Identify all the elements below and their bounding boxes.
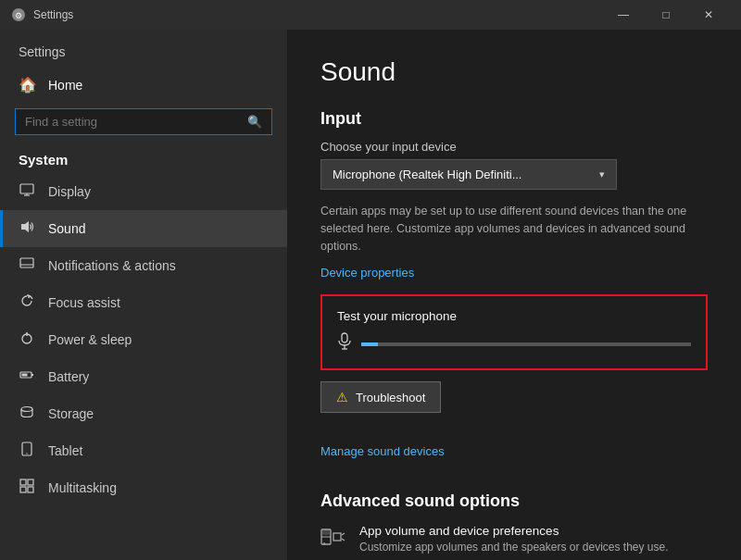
input-device-dropdown[interactable]: Microphone (Realtek High Definiti... ▾ (320, 159, 617, 190)
sidebar-item-display[interactable]: Display (0, 173, 287, 210)
sidebar-header: Settings (0, 30, 287, 67)
meter-bar (361, 342, 691, 346)
svg-rect-26 (333, 533, 341, 541)
mic-meter-row (337, 332, 691, 355)
notifications-label: Notifications & actions (48, 258, 176, 273)
notifications-icon (19, 256, 35, 275)
multitasking-icon (19, 479, 35, 497)
svg-line-30 (342, 533, 345, 535)
advanced-heading: Advanced sound options (320, 492, 708, 511)
sidebar-section-title: System (0, 144, 287, 173)
meter-bar-fill (361, 342, 378, 346)
app-volume-text: App volume and device preferences Custom… (359, 524, 669, 554)
svg-rect-19 (20, 487, 26, 492)
titlebar-title: Settings (33, 8, 602, 21)
manage-sound-devices-link[interactable]: Manage sound devices (320, 444, 445, 458)
battery-icon (19, 367, 35, 386)
svg-point-16 (26, 453, 27, 454)
svg-rect-20 (28, 487, 33, 492)
device-properties-link[interactable]: Device properties (320, 266, 414, 280)
search-box: 🔍 (15, 108, 272, 135)
svg-point-14 (21, 407, 32, 412)
search-box-wrapper: 🔍 (0, 103, 287, 144)
troubleshoot-button[interactable]: ⚠ Troubleshoot (320, 381, 441, 413)
sidebar: Settings 🏠 Home 🔍 System Display (0, 30, 287, 560)
focus-icon (19, 293, 35, 312)
svg-rect-12 (31, 374, 33, 376)
app-volume-desc: Customize app volumes and the speakers o… (359, 541, 669, 554)
minimize-button[interactable]: — (602, 0, 645, 30)
dropdown-value: Microphone (Realtek High Definiti... (333, 168, 521, 181)
sound-icon (19, 219, 35, 238)
content-area: Sound Input Choose your input device Mic… (287, 30, 741, 560)
input-description: Certain apps may be set up to use differ… (320, 203, 708, 255)
battery-label: Battery (48, 369, 89, 384)
svg-marker-5 (21, 221, 29, 232)
tablet-label: Tablet (48, 443, 82, 458)
microphone-icon (337, 332, 352, 355)
chevron-down-icon: ▾ (599, 168, 605, 180)
troubleshoot-label: Troubleshoot (356, 391, 425, 404)
input-heading: Input (320, 109, 708, 129)
app-volume-title: App volume and device preferences (359, 524, 669, 538)
page-title: Sound (320, 57, 708, 87)
display-label: Display (48, 184, 91, 199)
svg-rect-29 (322, 530, 330, 535)
svg-text:⚙: ⚙ (15, 11, 22, 20)
storage-label: Storage (48, 406, 94, 421)
svg-rect-18 (28, 479, 33, 485)
power-icon (19, 330, 35, 349)
test-mic-title: Test your microphone (337, 309, 691, 323)
sidebar-home-item[interactable]: 🏠 Home (0, 67, 287, 103)
svg-rect-6 (20, 258, 33, 268)
sidebar-item-focus[interactable]: Focus assist (0, 284, 287, 321)
sound-label: Sound (48, 221, 85, 236)
multitasking-label: Multitasking (48, 480, 117, 495)
tablet-icon (19, 442, 35, 460)
home-label: Home (48, 78, 82, 93)
sidebar-item-battery[interactable]: Battery (0, 358, 287, 395)
search-input[interactable] (25, 115, 247, 129)
choose-device-label: Choose your input device (320, 140, 708, 154)
app-volume-row: App volume and device preferences Custom… (320, 524, 708, 554)
display-icon (19, 182, 35, 201)
test-microphone-box: Test your microphone (320, 294, 708, 370)
titlebar-controls: — □ ✕ (602, 0, 730, 30)
warning-icon: ⚠ (336, 390, 348, 404)
app-volume-icon (320, 526, 346, 554)
svg-rect-2 (20, 184, 33, 193)
svg-point-8 (28, 296, 30, 298)
sidebar-item-notifications[interactable]: Notifications & actions (0, 247, 287, 284)
svg-rect-13 (22, 374, 28, 377)
main-layout: Settings 🏠 Home 🔍 System Display (0, 30, 741, 560)
sidebar-item-power[interactable]: Power & sleep (0, 321, 287, 358)
power-label: Power & sleep (48, 332, 132, 347)
svg-rect-21 (342, 333, 347, 342)
svg-line-31 (342, 539, 345, 541)
home-icon: 🏠 (19, 76, 37, 93)
sidebar-item-multitasking[interactable]: Multitasking (0, 469, 287, 506)
search-icon: 🔍 (247, 115, 262, 129)
sidebar-item-tablet[interactable]: Tablet (0, 432, 287, 469)
sidebar-item-storage[interactable]: Storage (0, 395, 287, 432)
titlebar: ⚙ Settings — □ ✕ (0, 0, 741, 30)
storage-icon (19, 404, 35, 423)
maximize-button[interactable]: □ (645, 0, 687, 30)
focus-label: Focus assist (48, 295, 120, 310)
close-button[interactable]: ✕ (687, 0, 730, 30)
sidebar-item-sound[interactable]: Sound (0, 210, 287, 247)
svg-rect-17 (20, 479, 26, 485)
titlebar-icon: ⚙ (11, 7, 26, 22)
